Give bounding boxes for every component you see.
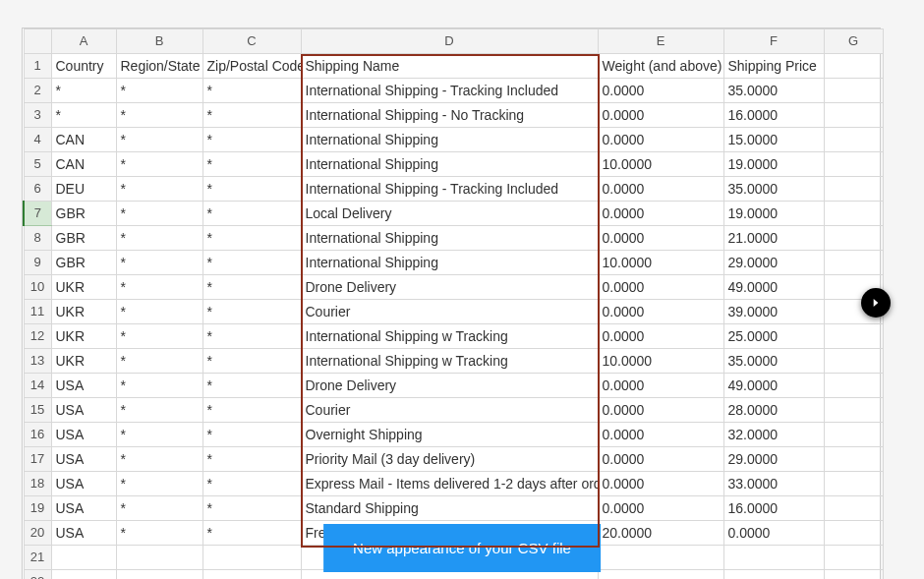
cell-E19[interactable]: 0.0000 <box>598 496 723 521</box>
cell-D11[interactable]: Courier <box>301 300 598 324</box>
cell-B17[interactable]: * <box>116 447 202 472</box>
cell-A14[interactable]: USA <box>51 374 116 398</box>
cell-C10[interactable]: * <box>202 275 301 300</box>
cell-E12[interactable]: 0.0000 <box>598 324 723 349</box>
cell-B7[interactable]: * <box>116 202 202 226</box>
cell-B9[interactable]: * <box>116 251 202 275</box>
cell-F6[interactable]: 35.0000 <box>723 177 824 202</box>
cell-B19[interactable]: * <box>116 496 202 521</box>
cell-C14[interactable]: * <box>202 374 301 398</box>
cell-E16[interactable]: 0.0000 <box>598 423 723 447</box>
cell-A19[interactable]: USA <box>51 496 116 521</box>
cell-D19[interactable]: Standard Shipping <box>301 496 598 521</box>
cell-F14[interactable]: 49.0000 <box>723 374 824 398</box>
cell-F3[interactable]: 16.0000 <box>723 103 824 128</box>
cell-A12[interactable]: UKR <box>51 324 116 349</box>
cell-G15[interactable] <box>824 398 883 423</box>
cell-C13[interactable]: * <box>202 349 301 374</box>
cell-A10[interactable]: UKR <box>51 275 116 300</box>
cell-E6[interactable]: 0.0000 <box>598 177 723 202</box>
cell-C20[interactable]: * <box>202 521 301 546</box>
cell-D12[interactable]: International Shipping w Tracking <box>301 324 598 349</box>
cell-D3[interactable]: International Shipping - No Tracking <box>301 103 598 128</box>
column-header-E[interactable]: E <box>598 29 723 54</box>
cell-B5[interactable]: * <box>116 152 202 177</box>
cell-E8[interactable]: 0.0000 <box>598 226 723 251</box>
cell-A4[interactable]: CAN <box>51 128 116 152</box>
cell-B13[interactable]: * <box>116 349 202 374</box>
row-header-16[interactable]: 16 <box>24 423 51 447</box>
cell-E4[interactable]: 0.0000 <box>598 128 723 152</box>
cell-D17[interactable]: Priority Mail (3 day delivery) <box>301 447 598 472</box>
cell-B6[interactable]: * <box>116 177 202 202</box>
cell-E13[interactable]: 10.0000 <box>598 349 723 374</box>
cell-A3[interactable]: * <box>51 103 116 128</box>
cell-G1[interactable] <box>824 54 883 79</box>
cell-F12[interactable]: 25.0000 <box>723 324 824 349</box>
cell-F11[interactable]: 39.0000 <box>723 300 824 324</box>
cell-G22[interactable] <box>824 570 883 580</box>
cell-F9[interactable]: 29.0000 <box>723 251 824 275</box>
cell-D13[interactable]: International Shipping w Tracking <box>301 349 598 374</box>
cell-E17[interactable]: 0.0000 <box>598 447 723 472</box>
row-header-6[interactable]: 6 <box>24 177 51 202</box>
cell-G18[interactable] <box>824 472 883 496</box>
cell-D1[interactable]: Shipping Name <box>301 54 598 79</box>
cell-D8[interactable]: International Shipping <box>301 226 598 251</box>
cell-C11[interactable]: * <box>202 300 301 324</box>
cell-A5[interactable]: CAN <box>51 152 116 177</box>
row-header-5[interactable]: 5 <box>24 152 51 177</box>
row-header-22[interactable]: 22 <box>24 570 51 580</box>
cell-C7[interactable]: * <box>202 202 301 226</box>
cell-F7[interactable]: 19.0000 <box>723 202 824 226</box>
cell-C17[interactable]: * <box>202 447 301 472</box>
cell-B22[interactable] <box>116 570 202 580</box>
cell-D6[interactable]: International Shipping - Tracking Includ… <box>301 177 598 202</box>
cell-E21[interactable] <box>598 546 723 570</box>
select-all-corner[interactable] <box>24 29 51 54</box>
row-header-19[interactable]: 19 <box>24 496 51 521</box>
cell-G4[interactable] <box>824 128 883 152</box>
next-nav-button[interactable] <box>861 288 891 318</box>
cell-C22[interactable] <box>202 570 301 580</box>
cell-E22[interactable] <box>598 570 723 580</box>
spreadsheet-table[interactable]: ABCDEFG 1CountryRegion/StateZip/Postal C… <box>23 29 884 579</box>
cell-G9[interactable] <box>824 251 883 275</box>
row-header-14[interactable]: 14 <box>24 374 51 398</box>
cell-F5[interactable]: 19.0000 <box>723 152 824 177</box>
cell-F8[interactable]: 21.0000 <box>723 226 824 251</box>
cell-C3[interactable]: * <box>202 103 301 128</box>
cell-C8[interactable]: * <box>202 226 301 251</box>
cell-C21[interactable] <box>202 546 301 570</box>
cell-E7[interactable]: 0.0000 <box>598 202 723 226</box>
cell-C19[interactable]: * <box>202 496 301 521</box>
cell-D16[interactable]: Overnight Shipping <box>301 423 598 447</box>
cell-A17[interactable]: USA <box>51 447 116 472</box>
cell-F18[interactable]: 33.0000 <box>723 472 824 496</box>
row-header-1[interactable]: 1 <box>24 54 51 79</box>
cell-B21[interactable] <box>116 546 202 570</box>
cell-B4[interactable]: * <box>116 128 202 152</box>
cell-C18[interactable]: * <box>202 472 301 496</box>
column-header-G[interactable]: G <box>824 29 883 54</box>
cell-G13[interactable] <box>824 349 883 374</box>
cell-D18[interactable]: Express Mail - Items delivered 1-2 days … <box>301 472 598 496</box>
cell-E1[interactable]: Weight (and above) <box>598 54 723 79</box>
column-header-row[interactable]: ABCDEFG <box>24 29 883 54</box>
cell-G8[interactable] <box>824 226 883 251</box>
cell-D10[interactable]: Drone Delivery <box>301 275 598 300</box>
cell-G6[interactable] <box>824 177 883 202</box>
cell-E18[interactable]: 0.0000 <box>598 472 723 496</box>
cell-E15[interactable]: 0.0000 <box>598 398 723 423</box>
cell-A1[interactable]: Country <box>51 54 116 79</box>
cell-E2[interactable]: 0.0000 <box>598 79 723 103</box>
row-header-15[interactable]: 15 <box>24 398 51 423</box>
cell-F17[interactable]: 29.0000 <box>723 447 824 472</box>
cell-D9[interactable]: International Shipping <box>301 251 598 275</box>
cell-B16[interactable]: * <box>116 423 202 447</box>
cell-E14[interactable]: 0.0000 <box>598 374 723 398</box>
row-header-13[interactable]: 13 <box>24 349 51 374</box>
cell-B11[interactable]: * <box>116 300 202 324</box>
column-header-B[interactable]: B <box>116 29 202 54</box>
cell-E3[interactable]: 0.0000 <box>598 103 723 128</box>
